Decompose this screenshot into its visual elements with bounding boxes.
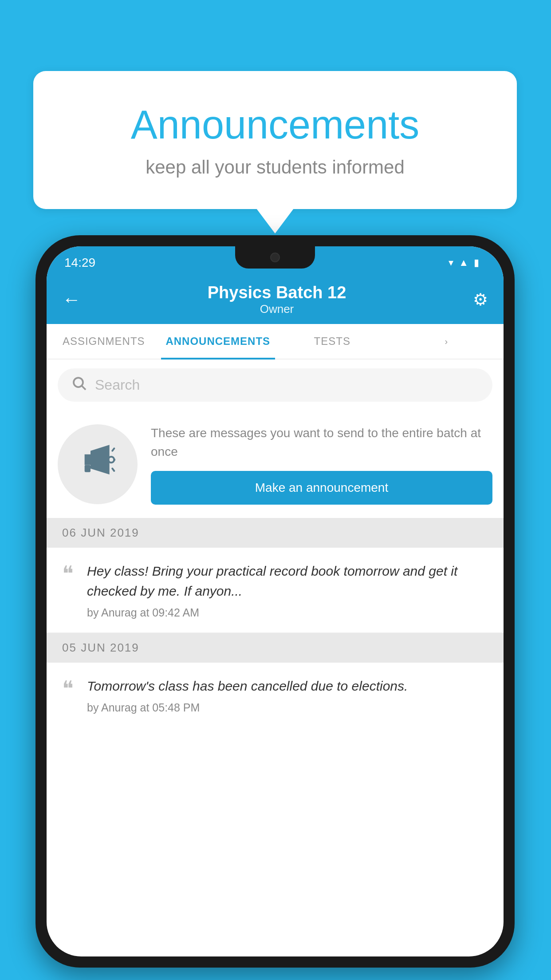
battery-icon: ▮	[474, 257, 479, 269]
svg-marker-2	[85, 454, 91, 465]
phone-wrapper: 14:29 ▾ ▲ ▮ ← Physics Batch 12 Owner ⚙	[35, 235, 515, 968]
announcement-item-2[interactable]: ❝ Tomorrow's class has been cancelled du…	[47, 663, 504, 727]
announcement-text-2: Tomorrow's class has been cancelled due …	[87, 676, 488, 696]
svg-rect-4	[85, 465, 91, 472]
date-separator-2: 05 JUN 2019	[47, 633, 504, 663]
date-separator-1: 06 JUN 2019	[47, 518, 504, 548]
prompt-text: These are messages you want to send to t…	[151, 424, 492, 461]
gear-button[interactable]: ⚙	[473, 290, 488, 309]
megaphone-circle	[58, 424, 138, 504]
announcement-prompt-right: These are messages you want to send to t…	[151, 424, 492, 505]
announcement-meta-1: by Anurag at 09:42 AM	[87, 606, 488, 619]
search-bar[interactable]: Search	[58, 368, 492, 402]
make-announcement-button[interactable]: Make an announcement	[151, 471, 492, 505]
announcement-content-1: Hey class! Bring your practical record b…	[87, 561, 488, 619]
status-time: 14:29	[64, 256, 95, 270]
tab-tests[interactable]: TESTS	[275, 324, 390, 359]
search-container: Search	[47, 360, 504, 411]
signal-icon: ▲	[459, 257, 468, 269]
search-icon	[71, 375, 87, 395]
quote-icon-1: ❝	[62, 563, 74, 585]
status-icons: ▾ ▲ ▮	[449, 257, 479, 269]
bubble-subtitle: keep all your students informed	[60, 157, 490, 178]
search-placeholder: Search	[95, 377, 140, 393]
app-bar: ← Physics Batch 12 Owner ⚙	[47, 275, 504, 324]
svg-line-6	[112, 448, 114, 450]
svg-line-8	[112, 468, 114, 470]
back-button[interactable]: ←	[62, 289, 81, 310]
tab-more[interactable]: ›	[390, 324, 504, 359]
speech-bubble: Announcements keep all your students inf…	[33, 71, 517, 209]
announcement-meta-2: by Anurag at 05:48 PM	[87, 701, 488, 714]
app-bar-subtitle: Owner	[94, 302, 460, 316]
announcement-prompt: These are messages you want to send to t…	[47, 411, 504, 518]
tabs: ASSIGNMENTS ANNOUNCEMENTS TESTS ›	[47, 324, 504, 360]
announcement-content-2: Tomorrow's class has been cancelled due …	[87, 676, 488, 714]
bubble-title: Announcements	[60, 102, 490, 148]
svg-point-0	[74, 378, 83, 387]
notch	[235, 246, 315, 269]
speech-bubble-container: Announcements keep all your students inf…	[33, 71, 517, 209]
announcement-text-1: Hey class! Bring your practical record b…	[87, 561, 488, 601]
wifi-icon: ▾	[449, 257, 453, 269]
quote-icon-2: ❝	[62, 678, 74, 699]
megaphone-icon	[80, 443, 115, 486]
tab-announcements[interactable]: ANNOUNCEMENTS	[161, 324, 276, 359]
svg-line-1	[82, 386, 86, 390]
tab-assignments[interactable]: ASSIGNMENTS	[47, 324, 161, 359]
app-bar-title-container: Physics Batch 12 Owner	[94, 283, 460, 316]
camera	[270, 253, 280, 262]
phone-screen: 14:29 ▾ ▲ ▮ ← Physics Batch 12 Owner ⚙	[47, 246, 504, 956]
svg-marker-3	[91, 445, 110, 474]
phone-outer: 14:29 ▾ ▲ ▮ ← Physics Batch 12 Owner ⚙	[35, 235, 515, 968]
announcement-item-1[interactable]: ❝ Hey class! Bring your practical record…	[47, 548, 504, 633]
app-bar-title: Physics Batch 12	[94, 283, 460, 302]
